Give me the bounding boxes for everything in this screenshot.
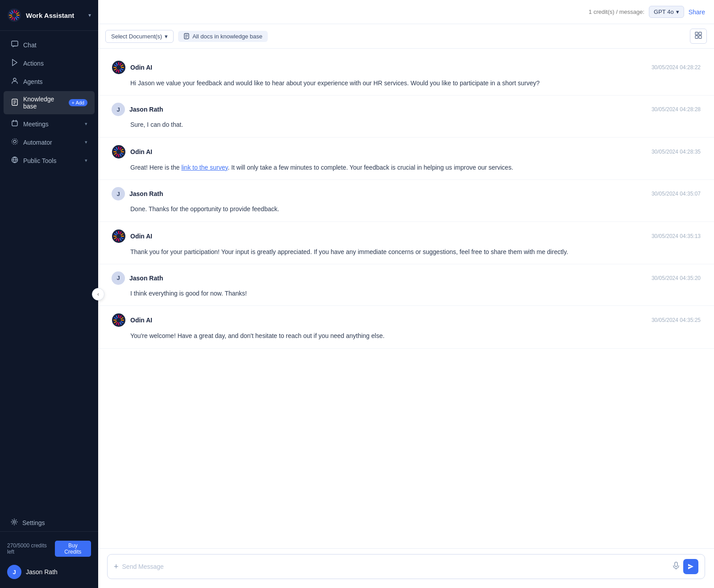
sender-name: Odin AI xyxy=(130,64,152,71)
message-body: Hi Jason we value your feedback and woul… xyxy=(130,78,701,88)
knowledge-base-add-badge[interactable]: + Add xyxy=(69,99,87,106)
svg-rect-20 xyxy=(12,121,17,126)
settings-label: Settings xyxy=(22,519,45,526)
grid-icon xyxy=(695,32,702,39)
sidebar-item-public-tools[interactable]: Public Tools ▾ xyxy=(4,152,95,169)
svg-point-23 xyxy=(13,140,16,143)
user-message-avatar: J xyxy=(112,271,125,285)
message-time: 30/05/2024 04:28:35 xyxy=(652,149,701,155)
message-header: Odin AI 30/05/2024 04:35:13 xyxy=(112,229,701,243)
sender-name: Jason Rath xyxy=(129,275,163,282)
select-documents-label: Select Document(s) xyxy=(111,33,162,40)
message-input[interactable] xyxy=(122,563,669,570)
attach-button[interactable]: + xyxy=(114,562,119,571)
credits-left-text: 270/5000 credits left xyxy=(7,542,55,555)
send-button[interactable] xyxy=(683,559,698,574)
svg-rect-35 xyxy=(699,36,702,38)
sidebar-item-actions-label: Actions xyxy=(23,60,87,67)
sidebar-item-chat-label: Chat xyxy=(23,42,87,49)
message-sender: Odin AI xyxy=(112,229,152,243)
send-bar: + xyxy=(98,548,714,588)
message-block: J Jason Rath 30/05/2024 04:28:28 Sure, I… xyxy=(98,96,714,137)
message-block: Odin AI 30/05/2024 04:35:13 Thank you fo… xyxy=(98,222,714,264)
actions-icon xyxy=(11,59,19,67)
sender-name: Jason Rath xyxy=(129,106,163,113)
meetings-chevron-icon: ▾ xyxy=(85,121,87,127)
sidebar: Work Assistant ▾ Chat Actions Agents xyxy=(0,0,98,588)
message-block: J Jason Rath 30/05/2024 04:35:20 I think… xyxy=(98,264,714,306)
send-input-container: + xyxy=(107,554,705,579)
svg-rect-88 xyxy=(675,562,677,567)
sidebar-header: Work Assistant ▾ xyxy=(0,0,98,31)
sidebar-item-settings[interactable]: Settings xyxy=(4,515,95,530)
sender-name: Odin AI xyxy=(130,148,152,155)
message-sender: J Jason Rath xyxy=(112,271,163,285)
public-tools-icon xyxy=(11,156,19,165)
message-block: Odin AI 30/05/2024 04:28:35 Great! Here … xyxy=(98,138,714,180)
message-body: Great! Here is the link to the survey. I… xyxy=(130,163,701,172)
chat-icon xyxy=(11,41,19,49)
odin-avatar xyxy=(112,145,126,159)
main-content: 1 credit(s) / message: GPT 4o ▾ Share Se… xyxy=(98,0,714,588)
svg-marker-14 xyxy=(12,59,17,66)
sidebar-item-automator-label: Automator xyxy=(23,139,80,146)
automator-chevron-icon: ▾ xyxy=(85,139,87,145)
automator-icon xyxy=(11,138,19,146)
model-name: GPT 4o xyxy=(654,8,674,15)
message-body: Sure, I can do that. xyxy=(130,120,701,129)
message-sender: Odin AI xyxy=(112,313,152,327)
message-sender: J Jason Rath xyxy=(112,103,163,116)
sidebar-item-automator[interactable]: Automator ▾ xyxy=(4,133,95,151)
share-button[interactable]: Share xyxy=(689,8,705,16)
public-tools-chevron-icon: ▾ xyxy=(85,158,87,163)
message-body: Done. Thanks for the opportunity to prov… xyxy=(130,204,701,214)
user-message-avatar: J xyxy=(112,103,125,116)
message-block: J Jason Rath 30/05/2024 04:35:07 Done. T… xyxy=(98,180,714,221)
message-block: Odin AI 30/05/2024 04:28:22 Hi Jason we … xyxy=(98,53,714,96)
message-time: 30/05/2024 04:28:28 xyxy=(652,106,701,113)
sidebar-bottom: 270/5000 credits left Buy Credits J Jaso… xyxy=(0,531,98,588)
message-time: 30/05/2024 04:35:13 xyxy=(652,233,701,239)
buy-credits-button[interactable]: Buy Credits xyxy=(55,541,91,557)
survey-link[interactable]: link to the survey xyxy=(181,164,228,171)
sidebar-item-agents[interactable]: Agents xyxy=(4,73,95,90)
sidebar-collapse-button[interactable]: ‹ xyxy=(92,288,104,300)
message-time: 30/05/2024 04:28:22 xyxy=(652,64,701,71)
sidebar-item-agents-label: Agents xyxy=(23,78,87,85)
sidebar-item-public-tools-label: Public Tools xyxy=(23,157,80,164)
chat-area: Odin AI 30/05/2024 04:28:22 Hi Jason we … xyxy=(98,49,714,548)
message-header: J Jason Rath 30/05/2024 04:35:20 xyxy=(112,271,701,285)
message-header: Odin AI 30/05/2024 04:28:22 xyxy=(112,60,701,75)
avatar: J xyxy=(7,565,21,579)
sidebar-nav: Chat Actions Agents Knowledge base + Add xyxy=(0,31,98,514)
sidebar-item-meetings-label: Meetings xyxy=(23,121,80,128)
doc-toolbar: Select Document(s) ▾ All docs in knowled… xyxy=(98,24,714,49)
message-time: 30/05/2024 04:35:25 xyxy=(652,317,701,323)
credits-row: 270/5000 credits left Buy Credits xyxy=(4,537,95,561)
credits-per-message: 1 credit(s) / message: xyxy=(589,8,644,15)
message-sender: Odin AI xyxy=(112,60,152,75)
model-selector-button[interactable]: GPT 4o ▾ xyxy=(649,6,684,18)
sidebar-logo-icon xyxy=(7,8,21,22)
select-docs-chevron-icon: ▾ xyxy=(165,33,168,40)
message-time: 30/05/2024 04:35:20 xyxy=(652,275,701,281)
message-header: J Jason Rath 30/05/2024 04:28:28 xyxy=(112,103,701,116)
select-documents-button[interactable]: Select Document(s) ▾ xyxy=(105,30,174,43)
sender-name: Jason Rath xyxy=(129,190,163,197)
svg-point-24 xyxy=(12,139,18,145)
user-profile-row[interactable]: J Jason Rath xyxy=(4,561,95,583)
message-body: Thank you for your participation! Your i… xyxy=(130,247,701,257)
svg-point-15 xyxy=(13,78,16,81)
agents-icon xyxy=(11,77,19,86)
svg-rect-34 xyxy=(695,36,698,38)
sidebar-item-chat[interactable]: Chat xyxy=(4,36,95,54)
knowledge-base-icon xyxy=(11,99,19,107)
send-icon xyxy=(687,563,694,570)
mic-button[interactable] xyxy=(672,562,680,572)
grid-view-button[interactable] xyxy=(690,29,707,44)
message-body: You're welcome! Have a great day, and do… xyxy=(130,331,701,341)
sidebar-title-chevron[interactable]: ▾ xyxy=(88,12,91,18)
sidebar-item-knowledge-base[interactable]: Knowledge base + Add xyxy=(4,91,95,114)
sidebar-item-actions[interactable]: Actions xyxy=(4,54,95,72)
sidebar-item-meetings[interactable]: Meetings ▾ xyxy=(4,115,95,133)
